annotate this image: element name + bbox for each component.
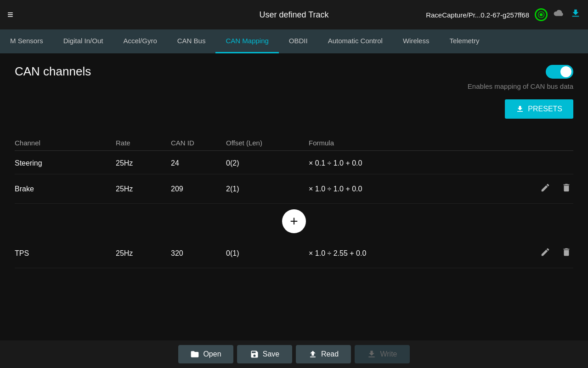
col-offset: Offset (Len) [226,139,309,147]
channel-rate: 25Hz [116,159,171,167]
channel-formula: × 1.0 ÷ 1.0 + 0.0 [309,185,537,193]
table-row: Brake 25Hz 209 2(1) × 1.0 ÷ 1.0 + 0.0 [15,174,573,204]
channel-name: TPS [15,249,116,258]
tab-accel[interactable]: Accel/Gyro [113,29,167,53]
channel-rate: 25Hz [116,185,171,193]
nav-tabs: M Sensors Digital In/Out Accel/Gyro CAN … [0,29,588,53]
open-icon [190,350,199,359]
col-channel: Channel [15,139,116,147]
read-button[interactable]: Read [296,345,351,363]
add-row-container: + [15,204,573,239]
read-label: Read [321,350,339,358]
row-actions [537,181,573,197]
tab-canbus[interactable]: CAN Bus [167,29,216,53]
write-label: Write [380,350,397,358]
read-icon [308,350,317,359]
can-channels-toggle[interactable] [546,65,573,79]
row-actions [537,245,573,261]
section-header: CAN channels [15,64,573,79]
channel-formula: × 1.0 ÷ 2.55 + 0.0 [309,249,537,258]
edit-button[interactable] [538,245,552,261]
tab-canmapping[interactable]: CAN Mapping [215,29,278,53]
channel-offset: 0(1) [226,249,309,258]
delete-button[interactable] [560,181,573,197]
table-header: Channel Rate CAN ID Offset (Len) Formula [15,135,573,151]
tab-wireless[interactable]: Wireless [393,29,440,53]
tab-autocontrol[interactable]: Automatic Control [318,29,393,53]
svg-point-0 [540,13,543,17]
col-rate: Rate [116,139,171,147]
col-canid: CAN ID [171,139,226,147]
presets-icon [516,105,524,113]
presets-label: PRESETS [528,105,562,113]
channel-offset: 2(1) [226,185,309,193]
tab-digital[interactable]: Digital In/Out [53,29,113,53]
channel-rate: 25Hz [116,249,171,258]
col-actions [537,139,573,147]
col-formula: Formula [309,139,537,147]
open-label: Open [203,350,221,358]
page-title: User defined Track [259,10,328,20]
save-label: Save [263,350,279,358]
top-bar: ≡ User defined Track RaceCapture/Pr...0.… [0,0,588,29]
channel-canid: 209 [171,185,226,193]
table-row: Steering 25Hz 24 0(2) × 0.1 ÷ 1.0 + 0.0 [15,153,573,174]
section-title: CAN channels [15,64,91,79]
channel-canid: 320 [171,249,226,258]
channel-canid: 24 [171,159,226,167]
save-icon [250,350,259,359]
channel-formula: × 0.1 ÷ 1.0 + 0.0 [309,159,537,167]
tab-telemetry[interactable]: Telemetry [439,29,489,53]
table-row: TPS 25Hz 320 0(1) × 1.0 ÷ 2.55 + 0.0 [15,239,573,268]
bottom-toolbar: Open Save Read Write [0,340,588,368]
main-content: CAN channels Enables mapping of CAN bus … [0,53,588,340]
edit-button[interactable] [538,181,552,197]
tab-obdii[interactable]: OBDII [279,29,318,53]
delete-button[interactable] [560,245,573,261]
presets-button[interactable]: PRESETS [505,99,573,119]
write-icon [367,350,376,359]
menu-button[interactable]: ≡ [7,9,13,21]
save-button[interactable]: Save [237,345,292,363]
download-icon[interactable] [571,8,581,21]
open-button[interactable]: Open [178,345,233,363]
top-bar-right: RaceCapture/Pr...0.2-67-g257ff68 [426,8,581,21]
channel-offset: 0(2) [226,159,309,167]
section-subtitle: Enables mapping of CAN bus data [15,82,573,90]
device-name: RaceCapture/Pr...0.2-67-g257ff68 [426,11,529,19]
tab-sensors[interactable]: M Sensors [0,29,53,53]
cloud-icon [553,9,565,21]
add-channel-button[interactable]: + [282,209,306,233]
write-button[interactable]: Write [355,345,410,363]
channel-name: Steering [15,159,116,167]
channel-name: Brake [15,185,116,193]
gps-status-icon [535,8,548,21]
